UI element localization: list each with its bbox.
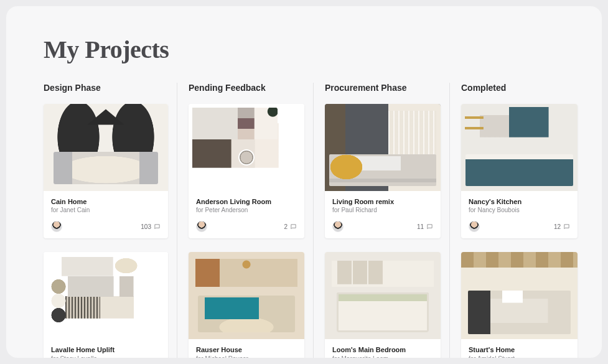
comments-count[interactable]: 103 <box>141 223 161 230</box>
comments-number: 11 <box>417 223 424 230</box>
project-thumbnail <box>461 104 578 191</box>
project-card[interactable]: Lavalle Home Uplift for Stacy Lavalle <box>44 252 168 358</box>
comment-icon <box>154 223 161 230</box>
project-card[interactable]: Cain Home for Janet Cain 103 <box>44 104 168 238</box>
project-client: for Stacy Lavalle <box>51 355 161 358</box>
project-card[interactable]: Living Room remix for Paul Richard 11 <box>325 104 441 238</box>
project-thumbnail <box>44 104 168 191</box>
card-body: Loom's Main Bedroom for Marguerite Loom <box>325 339 441 358</box>
card-body: Living Room remix for Paul Richard <box>325 191 441 218</box>
project-thumbnail <box>461 252 578 339</box>
column-title: Design Phase <box>44 83 168 93</box>
project-thumbnail <box>44 252 168 339</box>
comments-count[interactable]: 11 <box>417 223 433 230</box>
column-design-phase: Design Phase Cain Home for Janet Cain 10… <box>44 83 177 358</box>
column-title: Pending Feedback <box>189 83 304 93</box>
project-thumbnail <box>325 252 441 339</box>
comments-number: 12 <box>554 223 561 230</box>
comments-count[interactable]: 12 <box>554 223 570 230</box>
comment-icon <box>290 223 297 230</box>
card-body: Anderson Living Room for Peter Anderson <box>189 191 304 218</box>
card-footer: 11 <box>325 218 441 238</box>
card-body: Lavalle Home Uplift for Stacy Lavalle <box>44 339 168 358</box>
project-thumbnail <box>189 104 304 191</box>
avatar[interactable] <box>196 221 207 232</box>
project-client: for Marguerite Loom <box>332 355 433 358</box>
project-title: Rauser House <box>196 345 297 354</box>
project-thumbnail <box>325 104 441 191</box>
project-client: for Peter Anderson <box>196 207 297 213</box>
column-title: Procurement Phase <box>325 83 441 93</box>
comment-icon <box>563 223 570 230</box>
comments-count[interactable]: 2 <box>284 223 297 230</box>
card-body: Stuart's Home for Amidal Stuart <box>461 339 578 358</box>
project-title: Anderson Living Room <box>196 197 297 206</box>
project-thumbnail <box>189 252 304 339</box>
project-card[interactable]: Rauser House for Michael Rauser <box>189 252 304 358</box>
comments-number: 2 <box>284 223 288 230</box>
project-title: Nancy's Kitchen <box>469 197 570 206</box>
column-pending-feedback: Pending Feedback Anderson Living Room fo… <box>180 83 314 358</box>
column-title: Completed <box>461 83 578 93</box>
project-title: Loom's Main Bedroom <box>332 345 433 354</box>
card-body: Cain Home for Janet Cain <box>44 191 168 218</box>
project-client: for Michael Rauser <box>196 355 297 358</box>
card-footer: 2 <box>189 218 304 238</box>
project-title: Living Room remix <box>332 197 433 206</box>
card-footer: 12 <box>461 218 578 238</box>
avatar[interactable] <box>332 221 344 232</box>
column-completed: Completed Nancy's Kitchen for Nancy Boub… <box>452 83 586 358</box>
kanban-board: Design Phase Cain Home for Janet Cain 10… <box>44 83 564 358</box>
page-title: My Projects <box>44 35 564 64</box>
project-title: Stuart's Home <box>469 345 570 354</box>
comments-number: 103 <box>141 223 151 230</box>
project-title: Cain Home <box>51 197 161 206</box>
column-procurement-phase: Procurement Phase Living Room remix for … <box>316 83 450 358</box>
avatar[interactable] <box>51 221 62 232</box>
project-card[interactable]: Stuart's Home for Amidal Stuart <box>461 252 578 358</box>
project-card[interactable]: Nancy's Kitchen for Nancy Boubois 12 <box>461 104 578 238</box>
project-client: for Amidal Stuart <box>469 355 570 358</box>
comment-icon <box>426 223 433 230</box>
project-card[interactable]: Loom's Main Bedroom for Marguerite Loom <box>325 252 441 358</box>
project-card[interactable]: Anderson Living Room for Peter Anderson … <box>189 104 304 238</box>
card-body: Rauser House for Michael Rauser <box>189 339 304 358</box>
card-body: Nancy's Kitchen for Nancy Boubois <box>461 191 578 218</box>
project-title: Lavalle Home Uplift <box>51 345 161 354</box>
card-footer: 103 <box>44 218 168 238</box>
projects-panel: My Projects Design Phase Cain Home for J… <box>6 6 602 358</box>
project-client: for Nancy Boubois <box>469 207 570 213</box>
project-client: for Janet Cain <box>51 207 161 213</box>
avatar[interactable] <box>469 221 480 232</box>
project-client: for Paul Richard <box>332 207 433 213</box>
